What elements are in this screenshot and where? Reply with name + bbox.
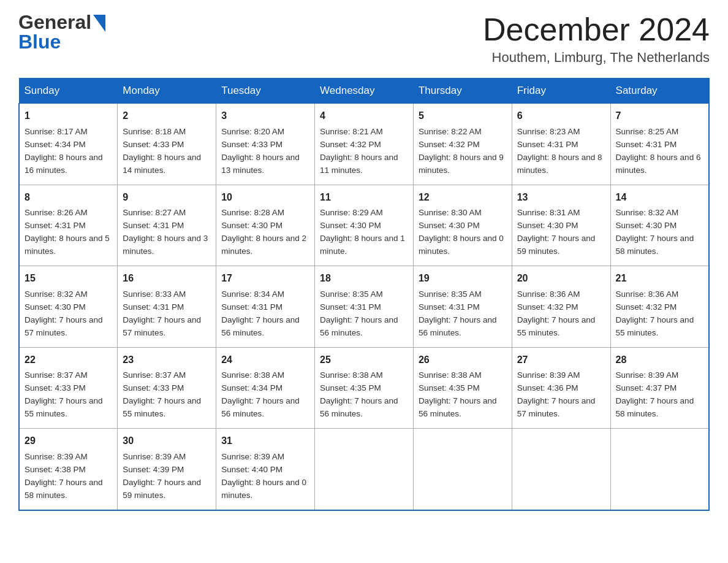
sunset-text: Sunset: 4:31 PM (25, 221, 86, 230)
col-friday: Friday (512, 79, 610, 104)
calendar-cell: 22Sunrise: 8:37 AMSunset: 4:33 PMDayligh… (19, 347, 118, 428)
daylight-text: Daylight: 8 hours and 16 minutes. (25, 153, 103, 175)
daylight-text: Daylight: 8 hours and 2 minutes. (221, 234, 306, 256)
day-number: 7 (616, 109, 703, 124)
sunset-text: Sunset: 4:32 PM (320, 140, 381, 149)
col-thursday: Thursday (413, 79, 512, 104)
daylight-text: Daylight: 8 hours and 1 minute. (320, 234, 405, 256)
sunset-text: Sunset: 4:31 PM (320, 302, 381, 312)
sunset-text: Sunset: 4:36 PM (517, 383, 578, 393)
day-number: 2 (123, 109, 211, 124)
title-section: December 2024 Houthem, Limburg, The Neth… (483, 12, 710, 66)
day-number: 28 (616, 353, 703, 368)
sunset-text: Sunset: 4:31 PM (221, 302, 282, 312)
daylight-text: Daylight: 7 hours and 55 minutes. (25, 396, 103, 418)
location-title: Houthem, Limburg, The Netherlands (483, 50, 710, 66)
calendar-cell: 10Sunrise: 8:28 AMSunset: 4:30 PMDayligh… (216, 185, 315, 266)
sunset-text: Sunset: 4:33 PM (221, 140, 282, 149)
day-number: 9 (123, 190, 211, 205)
calendar-cell: 8Sunrise: 8:26 AMSunset: 4:31 PMDaylight… (19, 185, 118, 266)
daylight-text: Daylight: 7 hours and 56 minutes. (419, 315, 497, 337)
sunset-text: Sunset: 4:38 PM (25, 465, 86, 474)
calendar-cell: 16Sunrise: 8:33 AMSunset: 4:31 PMDayligh… (118, 266, 216, 347)
calendar-week-row: 29Sunrise: 8:39 AMSunset: 4:38 PMDayligh… (19, 429, 709, 510)
sunset-text: Sunset: 4:34 PM (25, 140, 86, 149)
calendar-cell (315, 429, 414, 510)
calendar-cell: 21Sunrise: 8:36 AMSunset: 4:32 PMDayligh… (610, 266, 709, 347)
day-number: 19 (419, 271, 507, 286)
daylight-text: Daylight: 7 hours and 55 minutes. (517, 315, 596, 337)
sunset-text: Sunset: 4:31 PM (123, 302, 184, 312)
daylight-text: Daylight: 7 hours and 56 minutes. (419, 396, 497, 418)
daylight-text: Daylight: 7 hours and 56 minutes. (320, 315, 398, 337)
daylight-text: Daylight: 8 hours and 3 minutes. (123, 234, 208, 256)
logo-general-text: General (18, 12, 91, 32)
sunset-text: Sunset: 4:30 PM (221, 221, 282, 230)
sunrise-text: Sunrise: 8:37 AM (25, 370, 88, 380)
sunset-text: Sunset: 4:30 PM (25, 302, 86, 312)
daylight-text: Daylight: 8 hours and 0 minutes. (419, 234, 504, 256)
calendar-cell (413, 429, 512, 510)
col-monday: Monday (118, 79, 216, 104)
day-number: 23 (123, 353, 211, 368)
calendar-cell (512, 429, 610, 510)
calendar-cell: 20Sunrise: 8:36 AMSunset: 4:32 PMDayligh… (512, 266, 610, 347)
sunrise-text: Sunrise: 8:38 AM (419, 370, 482, 380)
col-tuesday: Tuesday (216, 79, 315, 104)
daylight-text: Daylight: 8 hours and 11 minutes. (320, 153, 398, 175)
day-number: 20 (517, 271, 605, 286)
day-number: 8 (25, 190, 112, 205)
sunrise-text: Sunrise: 8:32 AM (25, 289, 88, 299)
sunrise-text: Sunrise: 8:38 AM (320, 370, 383, 380)
sunrise-text: Sunrise: 8:39 AM (517, 370, 580, 380)
calendar-cell: 4Sunrise: 8:21 AMSunset: 4:32 PMDaylight… (315, 104, 414, 185)
sunset-text: Sunset: 4:35 PM (320, 383, 381, 393)
daylight-text: Daylight: 7 hours and 56 minutes. (221, 396, 300, 418)
sunrise-text: Sunrise: 8:18 AM (123, 127, 186, 136)
calendar-cell: 11Sunrise: 8:29 AMSunset: 4:30 PMDayligh… (315, 185, 414, 266)
calendar-week-row: 8Sunrise: 8:26 AMSunset: 4:31 PMDaylight… (19, 185, 709, 266)
daylight-text: Daylight: 8 hours and 0 minutes. (221, 478, 306, 500)
calendar-cell: 18Sunrise: 8:35 AMSunset: 4:31 PMDayligh… (315, 266, 414, 347)
daylight-text: Daylight: 7 hours and 57 minutes. (25, 315, 103, 337)
calendar-cell: 15Sunrise: 8:32 AMSunset: 4:30 PMDayligh… (19, 266, 118, 347)
sunset-text: Sunset: 4:30 PM (419, 221, 480, 230)
calendar-week-row: 1Sunrise: 8:17 AMSunset: 4:34 PMDaylight… (19, 104, 709, 185)
day-number: 24 (221, 353, 309, 368)
svg-marker-0 (93, 15, 105, 32)
calendar-cell: 26Sunrise: 8:38 AMSunset: 4:35 PMDayligh… (413, 347, 512, 428)
day-number: 29 (25, 434, 112, 449)
day-number: 26 (419, 353, 507, 368)
calendar-cell: 9Sunrise: 8:27 AMSunset: 4:31 PMDaylight… (118, 185, 216, 266)
sunset-text: Sunset: 4:33 PM (25, 383, 86, 393)
sunset-text: Sunset: 4:31 PM (123, 221, 184, 230)
daylight-text: Daylight: 7 hours and 55 minutes. (123, 396, 201, 418)
sunrise-text: Sunrise: 8:39 AM (221, 452, 284, 461)
calendar-cell: 7Sunrise: 8:25 AMSunset: 4:31 PMDaylight… (610, 104, 709, 185)
calendar-week-row: 15Sunrise: 8:32 AMSunset: 4:30 PMDayligh… (19, 266, 709, 347)
calendar-cell: 13Sunrise: 8:31 AMSunset: 4:30 PMDayligh… (512, 185, 610, 266)
day-number: 13 (517, 190, 605, 205)
daylight-text: Daylight: 7 hours and 58 minutes. (25, 478, 103, 500)
calendar-cell: 2Sunrise: 8:18 AMSunset: 4:33 PMDaylight… (118, 104, 216, 185)
calendar-cell: 19Sunrise: 8:35 AMSunset: 4:31 PMDayligh… (413, 266, 512, 347)
sunrise-text: Sunrise: 8:36 AM (616, 289, 679, 299)
sunrise-text: Sunrise: 8:27 AM (123, 208, 186, 217)
sunset-text: Sunset: 4:40 PM (221, 465, 282, 474)
sunrise-text: Sunrise: 8:39 AM (616, 370, 679, 380)
daylight-text: Daylight: 7 hours and 59 minutes. (123, 478, 201, 500)
calendar-cell: 24Sunrise: 8:38 AMSunset: 4:34 PMDayligh… (216, 347, 315, 428)
day-number: 1 (25, 109, 112, 124)
month-title: December 2024 (483, 12, 710, 47)
logo-arrow-icon (93, 15, 105, 32)
sunrise-text: Sunrise: 8:23 AM (517, 127, 580, 136)
sunset-text: Sunset: 4:30 PM (517, 221, 578, 230)
day-number: 22 (25, 353, 112, 368)
calendar-cell: 3Sunrise: 8:20 AMSunset: 4:33 PMDaylight… (216, 104, 315, 185)
sunrise-text: Sunrise: 8:17 AM (25, 127, 88, 136)
calendar-cell: 31Sunrise: 8:39 AMSunset: 4:40 PMDayligh… (216, 429, 315, 510)
day-number: 25 (320, 353, 408, 368)
sunrise-text: Sunrise: 8:34 AM (221, 289, 284, 299)
sunset-text: Sunset: 4:31 PM (419, 302, 480, 312)
sunrise-text: Sunrise: 8:26 AM (25, 208, 88, 217)
